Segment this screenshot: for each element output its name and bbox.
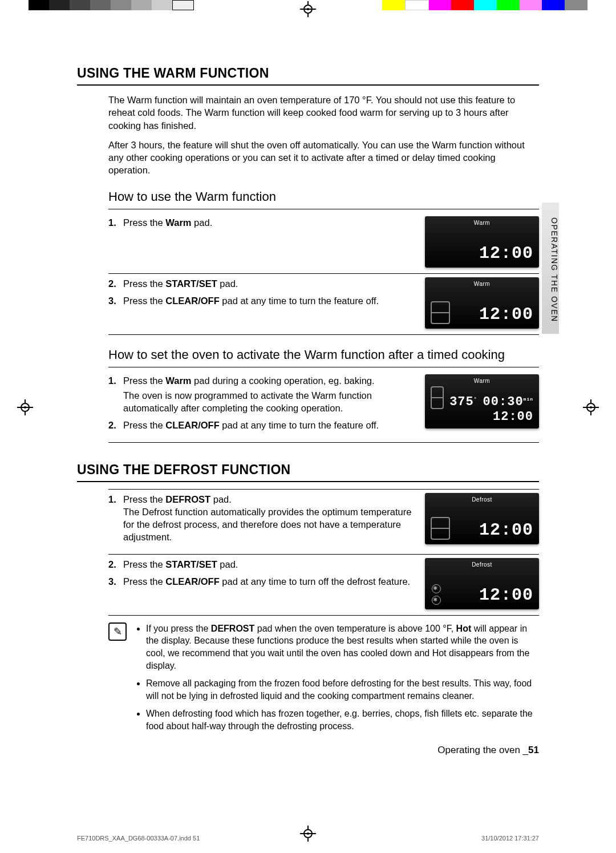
oven-display: Warm 12:00: [425, 216, 539, 268]
defrost-step-1: Press the DEFROST pad. The Defrost funct…: [108, 493, 417, 544]
fan-icon: [432, 584, 441, 593]
section-heading-defrost: USING THE DEFROST FUNCTION: [77, 462, 539, 482]
warm-intro-2: After 3 hours, the feature will shut the…: [108, 139, 539, 177]
warm-step-1: Press the Warm pad.: [108, 216, 417, 229]
warm-step-2: Press the START/SET pad.: [108, 277, 417, 290]
subheading-warm-after-timed: How to set the oven to activate the Warm…: [108, 347, 539, 362]
warm-timed-step-1: Press the Warm pad during a cooking oper…: [108, 374, 417, 415]
section-heading-warm: USING THE WARM FUNCTION: [77, 66, 539, 86]
color-ramp: [382, 0, 587, 10]
oven-display: Defrost 12:00: [425, 558, 539, 609]
subheading-warm-use: How to use the Warm function: [108, 189, 539, 204]
note-icon: ✎: [108, 622, 127, 641]
defrost-step-3: Press the CLEAR/OFF pad at any time to t…: [108, 575, 417, 588]
warm-timed-step-2: Press the CLEAR/OFF pad at any time to t…: [108, 419, 417, 431]
print-footer: FE710DRS_XAA_DG68-00333A-07.indd 51 31/1…: [77, 835, 539, 842]
note-bullet: Remove all packaging from the frozen foo…: [146, 677, 539, 702]
grayscale-ramp: [29, 0, 194, 10]
warm-intro-1: The Warm function will maintain an oven …: [108, 94, 539, 132]
note-bullet: When defrosting food which has frozen to…: [146, 708, 539, 732]
running-footer: Operating the oven _51: [437, 745, 539, 756]
oven-display: Defrost 12:00: [425, 493, 539, 544]
fan-icon: [432, 596, 441, 605]
oven-display: Warm 12:00: [425, 277, 539, 329]
oven-display: Warm 375° 00:30min 12:00: [425, 374, 539, 428]
note-box: ✎ If you press the DEFROST pad when the …: [108, 622, 539, 738]
warm-step-3: Press the CLEAR/OFF pad at any time to t…: [108, 294, 417, 307]
note-bullet: If you press the DEFROST pad when the ov…: [146, 622, 539, 672]
defrost-step-2: Press the START/SET pad.: [108, 558, 417, 571]
